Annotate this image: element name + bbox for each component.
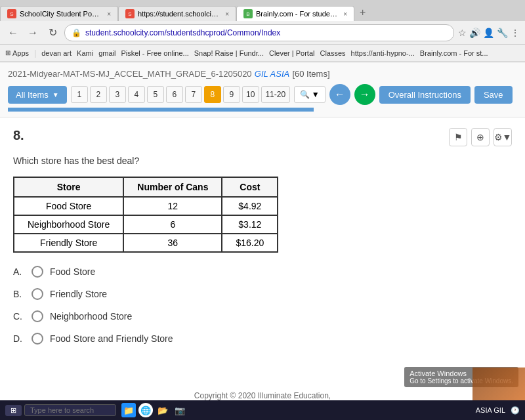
url-text: student.schoolcity.com/studentsdhcprod/C… [85,28,447,37]
page-2[interactable]: 2 [90,86,107,103]
search-icon: 🔍 [300,90,310,99]
profile-icon[interactable]: 👤 [483,28,494,38]
tab-close-3[interactable]: × [343,10,347,18]
option-d[interactable]: D. Food Store and Friendly Store [13,333,512,345]
page-5[interactable]: 5 [147,86,164,103]
radio-b[interactable] [32,288,43,300]
option-c[interactable]: C. Neighborhood Store [13,310,512,322]
page-numbers: 1 2 3 4 5 6 7 8 9 10 11-20 [71,86,290,103]
start-button[interactable]: ⊞ [5,405,22,416]
copyright-text: Copyright © 2020 Illuminate Education, [194,391,331,400]
page-4[interactable]: 4 [128,86,145,103]
option-b-label: B. [13,289,25,299]
plus-button[interactable]: ⊕ [471,128,490,146]
taskbar-user: ASIA GIL [476,406,505,414]
option-b[interactable]: B. Friendly Store [13,288,512,300]
bookmark-brainly[interactable]: Brainly.com - For st... [420,49,488,57]
flag-button[interactable]: ⚑ [449,128,467,146]
taskbar-camera[interactable]: 📷 [173,403,187,417]
bookmark-clever[interactable]: Clever | Portal [269,49,315,57]
tab-schoolcity[interactable]: S SchoolCity Student Portal × [0,6,118,21]
search-dropdown-icon: ▼ [312,90,320,99]
reload-button[interactable]: ↻ [45,25,60,41]
tab-close-2[interactable]: × [225,10,229,18]
windows-icon: ⊞ [10,406,16,415]
cost-2: $3.12 [222,215,278,234]
option-d-label: D. [13,333,25,344]
radio-a[interactable] [32,266,43,278]
page-9[interactable]: 9 [223,86,240,103]
tab-label-3: Brainly.com - For students. By st... [256,10,337,18]
bookmark-classes[interactable]: Classes [320,49,345,57]
option-d-text: Food Store and Friendly Store [50,333,173,344]
store-name-2: Neighborhood Store [14,215,123,234]
cans-2: 6 [123,215,222,234]
cans-3: 36 [123,234,222,252]
extension-icon[interactable]: 🔧 [497,28,508,38]
page-10[interactable]: 10 [242,86,259,103]
tab-brainly[interactable]: B Brainly.com - For students. By st... × [236,6,354,21]
tab-favicon-1: S [7,9,16,18]
bookmark-devan[interactable]: devan art [41,49,72,57]
table-row: Neighborhood Store 6 $3.12 [14,215,278,234]
forward-button[interactable]: → [25,25,41,41]
all-items-button[interactable]: All Items ▼ [8,86,67,104]
col-cans: Number of Cans [123,177,222,197]
store-table: Store Number of Cans Cost Food Store 12 … [13,177,278,253]
bookmark-gmail[interactable]: gmail [98,49,116,57]
option-a-text: Food Store [50,266,95,277]
radio-c[interactable] [32,310,43,322]
store-name-1: Food Store [14,197,123,215]
next-button[interactable]: → [354,84,375,105]
page-range[interactable]: 11-20 [261,86,290,103]
bookmark-hypno[interactable]: https://anti-hypno-... [351,49,415,57]
speaker-icon[interactable]: 🔊 [469,28,480,38]
taskbar-chrome[interactable]: 🌐 [138,403,153,417]
taskbar-time: 🕐 [511,406,520,415]
question-number: 8. [13,128,24,143]
radio-d[interactable] [32,333,43,345]
new-tab-button[interactable]: + [354,4,371,21]
tab-favicon-3: B [243,9,253,18]
tab-favicon-2: S [125,9,135,18]
progress-bar [8,108,314,112]
taskbar-search[interactable] [24,404,116,416]
option-a[interactable]: A. Food Store [13,266,512,278]
option-c-text: Neighborhood Store [50,311,132,322]
app-title: 2021-Midyear-MAT-MS-MJ_ACCEL_MATH_GRADE_… [8,68,517,79]
bookmark-piskel[interactable]: Piskel - Free online... [121,49,188,57]
page-3[interactable]: 3 [109,86,126,103]
bookmark-kami[interactable]: Kami [77,49,93,57]
bookmark-apps[interactable]: ⊞ Apps [5,49,29,57]
lock-icon: 🔒 [72,28,81,37]
save-button[interactable]: Save [474,86,513,104]
table-row: Food Store 12 $4.92 [14,197,278,215]
col-store: Store [14,177,123,197]
option-c-label: C. [13,311,25,322]
bookmark-snap[interactable]: Snap! Raise | Fundr... [194,49,264,57]
tab-label-1: SchoolCity Student Portal [20,10,101,18]
tab-student[interactable]: S https://student.schoolcity.com/st... × [118,6,236,21]
taskbar-file-explorer[interactable]: 📁 [121,403,136,417]
star-icon[interactable]: ☆ [458,28,467,38]
option-a-label: A. [13,266,25,277]
table-row: Friendly Store 36 $16.20 [14,234,278,252]
tab-close-1[interactable]: × [107,10,111,18]
question-text: Which store has the best deal? [13,156,512,166]
page-1[interactable]: 1 [71,86,88,103]
dropdown-arrow-icon: ▼ [52,91,59,98]
prev-button[interactable]: ← [329,84,350,105]
page-8[interactable]: 8 [204,86,221,103]
taskbar-folder[interactable]: 📂 [156,403,170,417]
menu-icon[interactable]: ⋮ [511,28,520,38]
settings-button[interactable]: ⚙▼ [494,128,512,146]
cans-1: 12 [123,197,222,215]
back-button[interactable]: ← [5,25,21,41]
page-6[interactable]: 6 [166,86,183,103]
item-count: [60 Items] [292,69,329,79]
page-7[interactable]: 7 [185,86,202,103]
overall-instructions-button[interactable]: Overall Instructions [379,86,471,104]
search-button[interactable]: 🔍 ▼ [294,86,326,103]
address-bar[interactable]: 🔒 student.schoolcity.com/studentsdhcprod… [64,24,454,41]
cost-3: $16.20 [222,234,278,252]
